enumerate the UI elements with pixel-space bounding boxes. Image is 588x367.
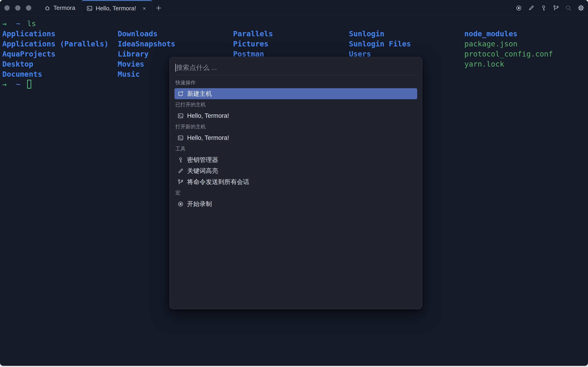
record-icon xyxy=(516,5,522,11)
app-window: Termora Hello, Termora! xyxy=(0,0,588,366)
file-entry: package.json xyxy=(464,39,553,49)
close-icon xyxy=(142,6,147,11)
gear-icon xyxy=(578,5,584,11)
palette-item-label: 开始录制 xyxy=(187,200,212,208)
close-window-button[interactable] xyxy=(4,5,10,11)
home-tab-label: Termora xyxy=(53,4,75,11)
prompt-arrow: → xyxy=(2,19,7,29)
palette-item-label: Hello, Termora! xyxy=(187,134,229,142)
prompt-path: ~ xyxy=(16,19,20,29)
record-icon xyxy=(178,201,184,207)
section-header-quick-actions: 快速操作 xyxy=(170,77,422,88)
branch-icon xyxy=(553,5,559,11)
prompt-line: → ~ ls xyxy=(0,19,588,29)
palette-search-input[interactable]: 搜索点什么 ... xyxy=(170,57,422,75)
listing-column-2: Downloads IdeaSnapshots Library Movies M… xyxy=(118,29,175,79)
key-manager-button[interactable] xyxy=(540,5,547,11)
command-palette: 搜索点什么 ... 快速操作 新建主机 已打开的主机 xyxy=(170,57,422,309)
palette-item-send-all-sessions[interactable]: 将命令发送到所有会话 xyxy=(174,176,417,187)
section-header-open-new-host: 打开新的主机 xyxy=(170,121,422,132)
terminal-cursor xyxy=(27,80,31,89)
search-icon xyxy=(565,5,572,11)
dir-entry: Applications xyxy=(2,29,109,39)
dir-entry: Applications (Parallels) xyxy=(2,39,109,49)
key-icon xyxy=(540,5,547,11)
terminal-icon xyxy=(86,5,93,11)
keyword-highlight-button[interactable] xyxy=(528,5,535,11)
home-tab[interactable]: Termora xyxy=(41,0,82,16)
terminal-icon xyxy=(178,113,184,119)
palette-item-open-new-host[interactable]: Hello, Termora! xyxy=(174,132,417,143)
listing-column-4: Sunlogin Sunlogin Files Users xyxy=(349,29,411,59)
dir-entry: node_modules xyxy=(464,29,553,39)
tab-hello-termora[interactable]: Hello, Termora! xyxy=(82,0,152,16)
terminal-icon xyxy=(178,135,184,141)
dir-entry: Sunlogin Files xyxy=(349,39,411,49)
pencil-icon xyxy=(178,168,184,174)
minimize-window-button[interactable] xyxy=(15,5,20,11)
dir-entry: Parallels xyxy=(233,29,273,39)
palette-item-opened-host[interactable]: Hello, Termora! xyxy=(174,110,417,121)
palette-item-keyword-highlight[interactable]: 关键词高亮 xyxy=(174,165,417,176)
key-icon xyxy=(178,157,184,163)
dir-entry: Library xyxy=(118,49,175,59)
tab-close-button[interactable] xyxy=(140,5,148,12)
palette-item-label: 关键词高亮 xyxy=(187,167,218,175)
new-tab-button[interactable] xyxy=(152,0,165,16)
palette-item-label: 将命令发送到所有会话 xyxy=(187,178,249,186)
listing-column-3: Parallels Pictures Postman xyxy=(233,29,273,59)
tab-title: Hello, Termora! xyxy=(96,5,136,12)
pencil-icon xyxy=(528,5,534,11)
prompt-arrow: → xyxy=(2,79,7,89)
dir-entry: Movies xyxy=(118,59,175,69)
broadcast-button[interactable] xyxy=(553,5,560,11)
search-button[interactable] xyxy=(565,5,572,11)
dir-entry: Sunlogin xyxy=(349,29,411,39)
prompt-path: ~ xyxy=(16,79,20,89)
palette-item-label: 密钥管理器 xyxy=(187,156,218,164)
section-header-tools: 工具 xyxy=(170,143,422,154)
prompt-command: ls xyxy=(27,19,36,29)
dir-entry: IdeaSnapshots xyxy=(118,39,175,49)
macro-record-button[interactable] xyxy=(515,5,522,11)
zoom-window-button[interactable] xyxy=(26,5,31,11)
dir-entry: Music xyxy=(118,69,175,79)
search-placeholder: 搜索点什么 ... xyxy=(176,63,217,72)
dir-entry: Pictures xyxy=(233,39,273,49)
settings-button[interactable] xyxy=(577,5,584,11)
palette-item-label: Hello, Termora! xyxy=(187,112,229,119)
palette-item-label: 新建主机 xyxy=(187,90,212,98)
traffic-lights xyxy=(0,0,41,16)
section-header-opened-hosts: 已打开的主机 xyxy=(170,99,422,110)
listing-column-1: Applications Applications (Parallels) Aq… xyxy=(2,29,109,79)
home-icon xyxy=(44,5,51,11)
palette-item-new-host[interactable]: 新建主机 xyxy=(174,88,417,99)
dir-entry: Downloads xyxy=(118,29,175,39)
titlebar: Termora Hello, Termora! xyxy=(0,0,588,16)
titlebar-actions xyxy=(515,0,588,16)
palette-results: 快速操作 新建主机 已打开的主机 Hello, xyxy=(170,75,422,209)
dir-entry: AquaProjects xyxy=(2,49,109,59)
file-entry: yarn.lock xyxy=(464,59,553,69)
text-caret xyxy=(175,64,176,72)
file-entry: protocol_config.conf xyxy=(464,49,553,59)
dir-entry: Documents xyxy=(2,69,109,79)
new-host-icon xyxy=(178,91,184,97)
plus-icon xyxy=(155,5,162,11)
listing-column-5: node_modules package.json protocol_confi… xyxy=(464,29,553,69)
branch-icon xyxy=(178,179,184,185)
palette-item-key-manager[interactable]: 密钥管理器 xyxy=(174,154,417,165)
palette-item-start-recording[interactable]: 开始录制 xyxy=(174,199,417,209)
section-header-macro: 宏 xyxy=(170,187,422,199)
dir-entry: Desktop xyxy=(2,59,109,69)
